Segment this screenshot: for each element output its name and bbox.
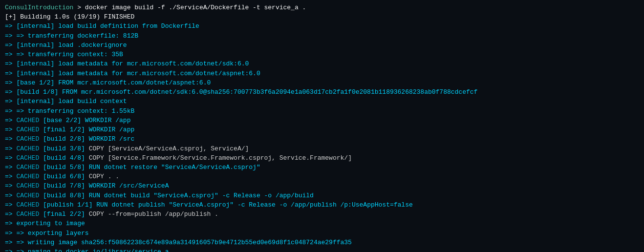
cached-line-8: => CACHED [build 7/8] WORKDIR /src/Servi… [5,181,639,190]
output-line-6: => [internal] load metadata for mcr.micr… [5,69,639,78]
output-line-layers: => => exporting layers [5,229,639,238]
terminal-window: ConsulIntroduction > docker image build … [0,0,644,252]
output-line-4: => => transferring context: 35B [5,50,639,59]
output-line-3: => [internal] load .dockerignore [5,41,639,50]
cached-line-4: => CACHED [build 3/8] COPY [ServiceA/Ser… [5,144,639,153]
output-line-sha: => => writing image sha256:f50862238c674… [5,238,639,247]
output-line-5: => [internal] load metadata for mcr.micr… [5,59,639,68]
breadcrumb-path: ConsulIntroduction [5,4,73,11]
cached-line-5: => CACHED [build 4/8] COPY [Service.Fram… [5,153,639,163]
output-line-export: => exporting to image [5,219,639,228]
output-line-9: => [internal] load build context [5,97,639,106]
cached-line-2: => CACHED [final 1/2] WORKDIR /app [5,125,639,134]
output-line-10: => => transferring context: 1.55kB [5,106,639,116]
output-line-naming: => => naming to docker.io/library/servic… [5,247,639,252]
output-line-1: => [internal] load build definition from… [5,21,639,31]
cached-line-9: => CACHED [build 8/8] RUN dotnet build "… [5,191,639,200]
output-line-7: => [base 1/2] FROM mcr.microsoft.com/dot… [5,78,639,87]
breadcrumb-line: ConsulIntroduction > docker image build … [5,3,639,12]
cached-line-7: => CACHED [build 6/8] COPY . . [5,172,639,181]
cached-line-6: => CACHED [build 5/8] RUN dotnet restore… [5,163,639,172]
cached-line-1: => CACHED [base 2/2] WORKDIR /app [5,116,639,125]
cached-line-11: => CACHED [final 2/2] COPY --from=publis… [5,210,639,219]
cached-line-3: => CACHED [build 2/8] WORKDIR /src [5,134,639,144]
output-line-8: => [build 1/8] FROM mcr.microsoft.com/do… [5,87,639,97]
output-line-2: => => transferring dockerfile: 812B [5,31,639,41]
cached-line-10: => CACHED [publish 1/1] RUN dotnet publi… [5,200,639,210]
command-text: docker image build -f ./ServiceA/Dockerf… [85,4,306,11]
build-status-line: [+] Building 1.0s (19/19) FINISHED [5,12,639,21]
